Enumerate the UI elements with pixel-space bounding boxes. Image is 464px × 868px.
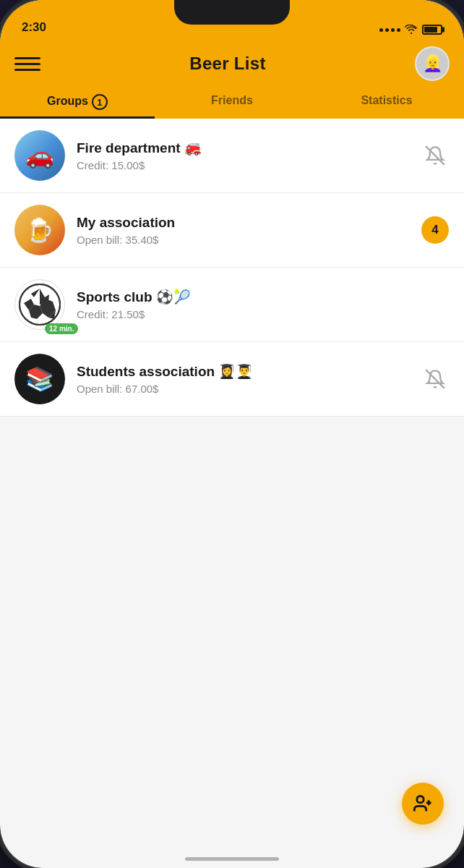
group-name: Fire department 🚒 [77,140,421,156]
signal-icon [379,28,400,32]
tab-statistics[interactable]: Statistics [309,87,464,119]
status-time: 2:30 [22,20,46,35]
wifi-icon [405,25,418,35]
group-info: Fire department 🚒 Credit: 15.00$ [77,140,421,171]
battery-icon [422,25,442,35]
group-action-bell[interactable] [421,145,450,166]
tabs-bar: Groups1 Friends Statistics [0,81,464,119]
app-title: Beer List [189,54,265,74]
add-group-member-button[interactable] [402,783,444,825]
tab-friends[interactable]: Friends [155,87,309,119]
group-name: Sports club ⚽🎾 [77,289,421,305]
app-header: Beer List 👱‍♀️ [0,39,464,81]
svg-line-9 [426,370,444,388]
tab-groups[interactable]: Groups1 [0,87,155,119]
list-item[interactable]: 🚗 Fire department 🚒 Credit: 15.00$ [0,119,464,193]
group-info: My association Open bill: 35.40$ [77,215,421,246]
svg-point-10 [417,796,424,803]
add-user-icon [413,793,433,814]
bell-muted-icon [425,145,445,166]
notch [174,0,290,25]
phone-frame: 2:30 [0,0,464,868]
group-name: My association [77,215,421,231]
list-item[interactable]: Sports club ⚽🎾 Credit: 21.50$ 12 min. [0,268,464,342]
group-info: Sports club ⚽🎾 Credit: 21.50$ [77,289,421,320]
status-icons [379,25,442,35]
group-avatar-fire: 🚗 [14,130,65,181]
bell-muted-icon [425,369,445,389]
svg-line-0 [426,146,444,165]
group-avatar-sports [14,279,65,330]
group-sub: Open bill: 35.40$ [77,234,421,246]
group-sub: Open bill: 67.00$ [77,383,421,395]
list-item[interactable]: 🍺 My association Open bill: 35.40$ 4 [0,193,464,268]
group-avatar-assoc: 🍺 [14,205,65,255]
group-list: 🚗 Fire department 🚒 Credit: 15.00$ [0,119,464,417]
group-action-bell-muted[interactable] [421,369,450,389]
group-action-badge[interactable]: 4 [421,216,450,244]
status-bar: 2:30 [0,0,464,39]
group-name: Students association 👩‍🎓👨‍🎓 [77,363,421,380]
groups-badge: 1 [92,94,108,110]
list-item[interactable]: 📚 Students association 👩‍🎓👨‍🎓 Open bill:… [0,342,464,417]
phone-screen: 2:30 [0,0,464,868]
hamburger-menu-button[interactable] [14,51,40,77]
group-sub: Credit: 15.00$ [77,159,421,171]
content-area: 🚗 Fire department 🚒 Credit: 15.00$ [0,119,464,417]
home-indicator [185,857,279,861]
time-badge: 12 min. [45,323,78,334]
notification-badge: 4 [421,216,449,244]
group-avatar-students: 📚 [14,354,65,404]
group-info: Students association 👩‍🎓👨‍🎓 Open bill: 6… [77,363,421,395]
group-sub: Credit: 21.50$ [77,308,421,320]
user-avatar[interactable]: 👱‍♀️ [415,46,450,81]
soccer-ball-icon [18,283,61,326]
